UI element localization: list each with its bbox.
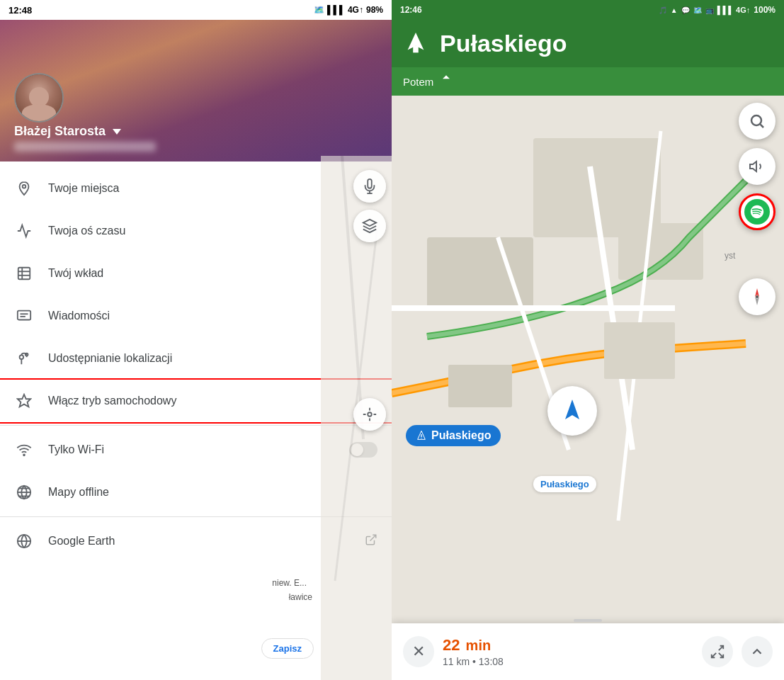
nav-bottom-bar: ✕ 22 min 11 km • 13:08 xyxy=(392,623,784,680)
map-area: yst Pułaskiego Pułaskiego xyxy=(392,96,784,577)
svg-point-0 xyxy=(23,185,26,188)
status-icons-left: 🗺️ ▌▌▌ 4G↑ 98% xyxy=(314,5,383,15)
svg-marker-41 xyxy=(565,400,579,419)
svg-text:yst: yst xyxy=(725,251,736,261)
street-label-pulaskiego-blue: Pułaskiego xyxy=(406,425,501,446)
map-layers-button[interactable] xyxy=(353,210,386,242)
svg-marker-10 xyxy=(18,395,30,407)
status-icons-right: 🎵 ▲ 💬 🗺️ 📺 ▌▌▌ 4G↑ 100% xyxy=(659,5,776,15)
svg-rect-27 xyxy=(413,45,419,52)
google-earth-icon xyxy=(14,531,34,551)
svg-marker-24 xyxy=(363,220,376,226)
svg-line-43 xyxy=(761,125,763,128)
svg-point-47 xyxy=(756,295,759,298)
car-mode-icon xyxy=(14,391,34,411)
svg-point-8 xyxy=(20,355,23,359)
profile-header: Błażej Starosta xyxy=(0,20,392,162)
nav-time-sub: 11 km • 13:08 xyxy=(443,656,693,667)
nav-time-main: 22 min xyxy=(443,636,693,654)
pull-tab xyxy=(574,619,602,622)
avatar-face xyxy=(16,74,62,121)
maps-status-icon: 🗺️ xyxy=(693,6,702,14)
svg-rect-5 xyxy=(18,311,30,320)
svg-marker-44 xyxy=(750,162,756,171)
wifi-icon xyxy=(14,440,34,460)
offline-maps-icon xyxy=(14,482,34,502)
arrival-time: 13:08 xyxy=(479,656,504,667)
menu-label-google-earth: Google Earth xyxy=(48,535,365,548)
distance-text: 11 km xyxy=(443,656,470,667)
nav-street-name: Pułaskiego xyxy=(440,30,773,57)
svg-point-40 xyxy=(421,438,421,438)
battery-right: 100% xyxy=(754,5,776,15)
spotify-icon xyxy=(744,199,770,225)
town-label: niew. E... xyxy=(272,578,307,588)
spotify-status-icon: 🎵 xyxy=(659,6,667,14)
street-label-pulaskiego-white: Pułaskiego xyxy=(533,476,596,492)
close-icon: ✕ xyxy=(412,642,425,661)
time-right: 12:46 xyxy=(400,5,422,15)
street-label-blue-text: Pułaskiego xyxy=(431,429,491,442)
right-floating-btns xyxy=(739,103,776,230)
menu-label-tylko-wifi: Tylko Wi-Fi xyxy=(48,443,349,456)
svg-point-42 xyxy=(751,115,761,125)
messenger-icon: 💬 xyxy=(681,6,690,14)
separator: • xyxy=(472,656,479,667)
svg-rect-37 xyxy=(604,322,675,379)
map-svg: yst xyxy=(392,96,784,577)
profile-email xyxy=(14,142,156,152)
timeline-icon xyxy=(14,221,34,241)
location-pin-icon xyxy=(14,178,34,198)
time-left: 12:48 xyxy=(8,5,32,16)
contribution-icon xyxy=(14,264,34,283)
spotify-button[interactable] xyxy=(739,193,776,230)
my-location-button[interactable] xyxy=(353,398,386,431)
expand-button[interactable] xyxy=(742,636,773,667)
status-bar-right: 12:46 🎵 ▲ 💬 🗺️ 📺 ▌▌▌ 4G↑ 100% xyxy=(392,0,784,20)
close-nav-button[interactable]: ✕ xyxy=(403,636,434,667)
voice-search-button[interactable] xyxy=(353,170,386,203)
nav-time-info: 22 min 11 km • 13:08 xyxy=(443,636,693,667)
right-panel: 12:46 🎵 ▲ 💬 🗺️ 📺 ▌▌▌ 4G↑ 100% Pułaskiego… xyxy=(392,0,784,680)
signal-left: ▌▌▌ 4G↑ xyxy=(327,5,363,15)
left-panel: 12:48 🗺️ ▌▌▌ 4G↑ 98% Błażej Starosta xyxy=(0,0,392,680)
triangle-icon: ▲ xyxy=(671,6,678,14)
maps-icon: 🗺️ xyxy=(314,5,324,15)
avatar xyxy=(14,73,64,123)
status-bar-left: 12:48 🗺️ ▌▌▌ 4G↑ 98% xyxy=(0,0,392,20)
signal-right: ▌▌▌ 4G↑ xyxy=(717,6,751,14)
twitch-icon: 📺 xyxy=(705,6,714,14)
dropdown-arrow-icon[interactable] xyxy=(113,129,121,135)
potem-bar: Potem xyxy=(392,67,784,96)
right-edge-buttons xyxy=(353,170,386,431)
battery-left: 98% xyxy=(366,5,383,15)
share-location-icon xyxy=(14,348,34,368)
svg-rect-1 xyxy=(18,268,30,280)
profile-info: Błażej Starosta xyxy=(14,124,156,152)
compass-button[interactable] xyxy=(739,278,776,315)
time-unit: min xyxy=(466,638,492,653)
messages-icon xyxy=(14,306,34,326)
nav-car-arrow xyxy=(547,386,597,436)
zapisz-button[interactable]: Zapisz xyxy=(261,638,314,659)
nav-header: Pułaskiego xyxy=(392,20,784,67)
svg-point-25 xyxy=(368,412,372,416)
alt-routes-button[interactable] xyxy=(702,636,733,667)
town-label2: ławice xyxy=(289,592,312,602)
nav-direction-icon xyxy=(403,31,428,57)
time-number: 22 xyxy=(443,636,460,654)
search-button[interactable] xyxy=(739,103,776,140)
svg-rect-36 xyxy=(448,365,512,407)
profile-name[interactable]: Błażej Starosta xyxy=(14,124,156,139)
spacer xyxy=(353,249,386,391)
svg-point-11 xyxy=(23,454,25,455)
potem-label: Potem xyxy=(403,76,433,88)
potem-arrow-icon xyxy=(439,73,453,90)
volume-button[interactable] xyxy=(739,148,776,185)
